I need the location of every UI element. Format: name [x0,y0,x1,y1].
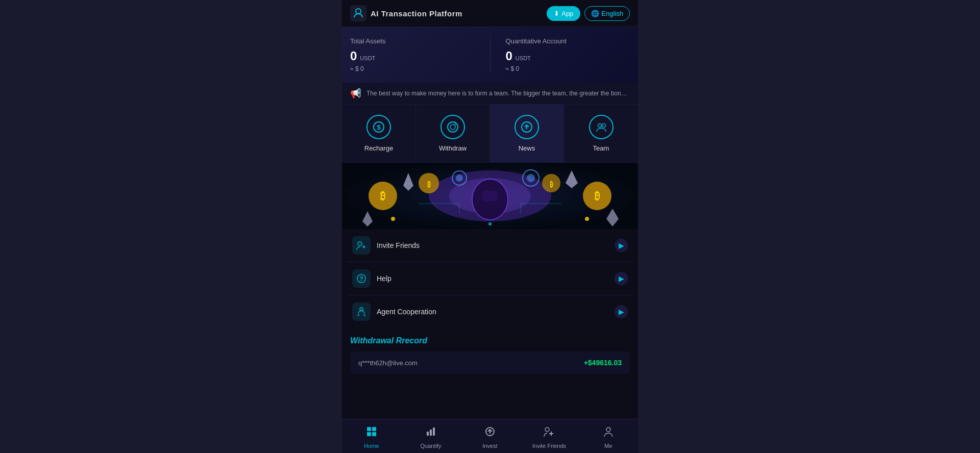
invite-friends-nav-label: Invite Friends [532,443,566,449]
total-assets-label: Total Assets [350,37,475,45]
quant-assets-label: Quantitative Account [506,37,630,45]
svg-text:?: ? [359,275,363,283]
invite-friends-nav-icon [543,425,555,441]
me-label: Me [604,443,612,449]
svg-rect-42 [372,427,376,431]
nav-invest[interactable]: Invest [460,423,520,451]
nav-me[interactable]: Me [579,423,638,451]
withdrawal-title: Withdrawal Rrecord [350,336,630,345]
total-assets-usd: ≈ $ 0 [350,65,475,72]
quantify-icon [425,425,437,441]
quant-assets-value: 0 USDT [506,49,630,63]
header: AI Transaction Platform ⬇ App 🌐 English [342,0,638,27]
svg-point-49 [545,427,549,432]
help-arrow: ▶ [615,272,628,285]
header-buttons: ⬇ App 🌐 English [547,6,630,21]
team-label: Team [593,144,609,152]
invest-icon [484,425,496,441]
menu-list: Invite Friends ▶ ? Help ▶ [342,229,638,328]
svg-text:₿: ₿ [595,190,600,202]
nav-invite-friends[interactable]: Invite Friends [520,423,579,451]
svg-line-5 [454,123,456,125]
home-label: Home [364,443,379,449]
home-icon [365,425,378,441]
withdrawal-email: q***th62h@live.com [358,359,418,367]
total-assets-unit: USDT [360,55,375,61]
action-team[interactable]: Team [564,105,638,162]
bottom-nav: Home Quantify Invest [342,419,638,453]
menu-item-invite-friends[interactable]: Invite Friends ▶ [348,229,632,262]
withdrawal-item: q***th62h@live.com +$49616.03 [350,351,630,374]
app-container: AI Transaction Platform ⬇ App 🌐 English … [342,0,638,453]
help-label: Help [377,274,391,283]
withdrawal-amount: +$49616.03 [584,359,622,367]
quant-assets-block: Quantitative Account 0 USDT ≈ $ 0 [506,37,630,72]
svg-text:₿: ₿ [427,180,431,188]
total-assets-number: 0 [350,49,357,63]
me-icon [602,425,615,441]
total-assets-block: Total Assets 0 USDT ≈ $ 0 [350,37,475,72]
assets-section: Total Assets 0 USDT ≈ $ 0 Quantitative A… [342,27,638,83]
quantify-label: Quantify [421,443,442,449]
agent-cooperation-arrow: ▶ [615,305,628,318]
total-assets-value: 0 USDT [350,49,475,63]
quant-assets-number: 0 [506,49,512,63]
globe-icon: 🌐 [591,10,599,17]
news-icon-circle [514,115,539,139]
help-icon: ? [352,269,371,288]
svg-rect-43 [367,432,371,436]
menu-item-agent-cooperation[interactable]: Agent Cooperation ▶ [348,295,632,328]
announcement-bar: 📢 The best way to make money here is to … [342,83,638,104]
quant-assets-usd: ≈ $ 0 [506,65,630,72]
svg-rect-45 [427,432,429,436]
svg-point-25 [456,174,463,182]
svg-text:₿: ₿ [380,190,385,202]
svg-text:₿: ₿ [550,181,553,188]
svg-point-40 [360,308,363,311]
announce-text: The best way to make money here is to fo… [366,90,630,97]
svg-text:$: $ [377,123,381,131]
svg-point-27 [527,174,535,182]
withdraw-label: Withdraw [439,144,467,152]
invite-friends-arrow: ▶ [615,239,628,252]
svg-point-0 [356,9,361,14]
svg-point-37 [358,242,362,246]
withdraw-icon-circle [440,115,465,139]
nav-quantify[interactable]: Quantify [401,423,460,451]
svg-rect-46 [430,430,432,436]
svg-point-36 [488,222,492,225]
header-logo: AI Transaction Platform [350,5,462,21]
svg-point-8 [602,124,605,128]
svg-point-7 [598,124,601,128]
quant-assets-unit: USDT [516,55,531,61]
recharge-label: Recharge [364,144,393,152]
invite-friends-icon [352,236,371,255]
recharge-icon-circle: $ [366,115,391,139]
svg-rect-41 [367,427,371,431]
svg-point-50 [606,427,610,432]
action-grid: $ Recharge Withdraw [342,104,638,163]
news-label: News [519,144,535,152]
svg-point-35 [391,217,395,221]
withdrawal-section: Withdrawal Rrecord q***th62h@live.com +$… [342,328,638,382]
agent-cooperation-label: Agent Cooperation [377,308,436,316]
asset-divider [490,37,491,72]
team-icon-circle [589,115,614,139]
english-button[interactable]: 🌐 English [584,6,630,21]
menu-item-help[interactable]: ? Help ▶ [348,262,632,295]
app-button[interactable]: ⬇ App [547,6,580,21]
svg-rect-29 [482,191,498,201]
announce-icon: 📢 [350,88,361,99]
svg-rect-44 [372,432,376,436]
banner-section: ₿ ₿ ₿ ₿ [342,163,638,229]
action-withdraw[interactable]: Withdraw [416,105,490,162]
agent-cooperation-icon [352,303,371,321]
nav-home[interactable]: Home [342,423,401,451]
app-title: AI Transaction Platform [371,9,462,18]
invite-friends-label: Invite Friends [377,241,420,249]
action-news[interactable]: News [490,105,564,162]
svg-rect-47 [433,427,435,436]
download-icon: ⬇ [554,10,559,17]
action-recharge[interactable]: $ Recharge [342,105,416,162]
logo-icon [350,5,366,21]
